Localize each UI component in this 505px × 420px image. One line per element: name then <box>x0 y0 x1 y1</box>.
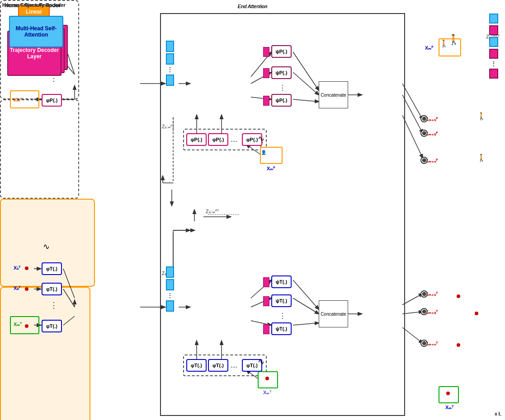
input-x1t-label: X₁ᵀ <box>14 265 20 271</box>
psi-t-1-box: ψT(.) <box>271 275 292 288</box>
figure-xm2p: 🚶 <box>477 112 486 121</box>
phi-t-dots: ⋮ <box>50 300 58 310</box>
xm-t-out-label: Xₘᵀ <box>445 405 453 411</box>
concatenate-bottom-box: Concatenate <box>319 300 348 327</box>
add-c-2: ⊕ <box>420 130 428 137</box>
xm-t-dec-label: Xₘᵀ <box>263 390 271 396</box>
sine-wave-traj: ∿ <box>43 242 50 252</box>
phi-t-m: φT(.) <box>42 320 62 332</box>
concatenate-top-box: Concatenate <box>319 81 348 108</box>
svg-line-14 <box>293 72 319 95</box>
sine-wave-pose-dec: ∿ <box>258 134 264 144</box>
svg-line-43 <box>293 323 319 325</box>
svg-line-47 <box>402 327 423 343</box>
svg-line-46 <box>402 312 423 314</box>
psi-p-dots: ⋮ <box>279 84 286 92</box>
svg-line-13 <box>293 52 319 90</box>
psi-p-1-sq <box>263 47 269 57</box>
traj-decoder-repeat: x L <box>495 411 501 416</box>
z1m-pose-label: Z₁:ₘᴾ <box>162 124 172 129</box>
xm-pose-input-box <box>10 90 39 108</box>
xm-p-out: Xₘᴾ <box>425 45 433 51</box>
psi-t-m-box: ψT(.) <box>271 322 292 335</box>
add-c-1: ⊕ <box>420 115 428 122</box>
end-attention-top: End Attention Multi-Head Self-Attention … <box>0 287 90 420</box>
figure-xmnp: 🚶 <box>477 154 486 162</box>
psi-p-2-sq <box>263 68 269 78</box>
diagram: ∿ X₁ᴾ X₂ᴾ Xₘᴾ φP(.) φP(.) ⋮ φP(.) Human … <box>0 0 505 420</box>
sine-wave-traj-dec: ∿ <box>258 357 264 367</box>
dot-out-t1 <box>457 294 460 298</box>
phi-t-1: φT(.) <box>42 262 62 275</box>
phi-t-2: φT(.) <box>42 283 62 295</box>
svg-line-17 <box>402 84 423 120</box>
psi-t-2-sq <box>263 296 269 306</box>
add-c-t3: ⊕ <box>420 340 428 347</box>
psi-t-dots: ⋮ <box>279 312 286 320</box>
mhsa-bottom: Multi-Head Self-Attention <box>9 16 63 47</box>
output-stack-traj: ⋮ <box>489 14 498 79</box>
psi-t-2-box: ψT(.) <box>271 294 292 307</box>
dot-x1t <box>25 266 28 270</box>
dot-x2t <box>25 287 28 291</box>
xm-p-dec-box: 👤 <box>260 147 283 164</box>
add-c-t2: ⊕ <box>420 308 428 315</box>
psi-p-1-box: ψP(.) <box>271 45 292 58</box>
psi-p-m-box: ψP(.) <box>271 94 292 107</box>
latent-traj-col: ⋮ <box>165 266 175 348</box>
phi-p-m: φP(.) <box>42 94 62 107</box>
dot-out-tn <box>457 343 460 347</box>
psi-p-m-sq <box>263 96 269 106</box>
psi-t-1-sq <box>263 277 269 287</box>
svg-line-45 <box>402 294 423 305</box>
end-attention-bottom-label: End Attention <box>238 4 268 9</box>
xm-t-dec-box <box>258 371 278 388</box>
dot-out-t2 <box>475 312 478 315</box>
svg-line-41 <box>293 280 319 309</box>
psi-t-m-sq <box>263 324 269 334</box>
psi-p-2-box: ψP(.) <box>271 66 292 79</box>
traj-decoder-label: Human Trajectory Decoder <box>2 2 66 8</box>
svg-line-42 <box>293 298 319 314</box>
phi-p-dec-dashed <box>183 129 267 150</box>
xm-p-dec-label: Xₘᴾ <box>267 166 275 172</box>
svg-line-15 <box>293 99 319 102</box>
pose-decoder-dashed: Human Pose Decoder Pose Decoder Layer x … <box>0 99 79 199</box>
latent-pose-col: ⋮ <box>165 41 175 122</box>
add-c-3: ⊕ <box>420 157 428 164</box>
svg-line-18 <box>402 95 423 133</box>
svg-line-19 <box>402 115 423 158</box>
xm-p-out-box: 🚶 <box>439 38 461 56</box>
xm-t-out-box <box>439 386 459 403</box>
z1mpt-label: Z₁:ₘᴾᵀ <box>206 209 219 215</box>
add-c-t1: ⊕ <box>420 290 428 298</box>
dot-xmt <box>25 324 28 328</box>
input-x2t-label: X₂ᵀ <box>14 285 20 291</box>
phi-t-dec-dashed <box>183 355 267 376</box>
